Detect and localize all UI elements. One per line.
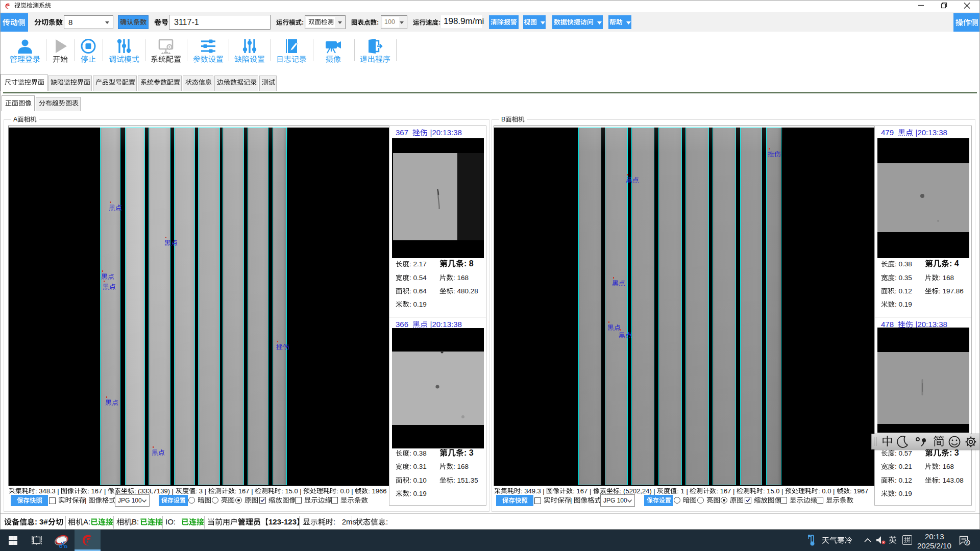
svg-text:6: 6: [966, 540, 969, 545]
